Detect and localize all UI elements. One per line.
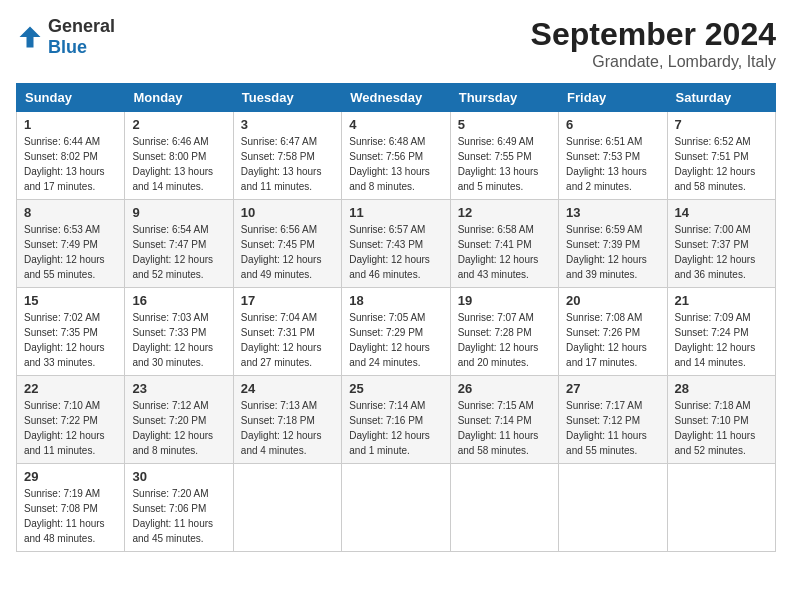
day-info: Sunrise: 6:51 AMSunset: 7:53 PMDaylight:… [566, 134, 659, 194]
calendar-cell: 23Sunrise: 7:12 AMSunset: 7:20 PMDayligh… [125, 376, 233, 464]
calendar-cell: 21Sunrise: 7:09 AMSunset: 7:24 PMDayligh… [667, 288, 775, 376]
calendar-cell: 25Sunrise: 7:14 AMSunset: 7:16 PMDayligh… [342, 376, 450, 464]
calendar-cell: 19Sunrise: 7:07 AMSunset: 7:28 PMDayligh… [450, 288, 558, 376]
calendar-cell: 22Sunrise: 7:10 AMSunset: 7:22 PMDayligh… [17, 376, 125, 464]
week-row-5: 29Sunrise: 7:19 AMSunset: 7:08 PMDayligh… [17, 464, 776, 552]
weekday-header-monday: Monday [125, 84, 233, 112]
calendar-cell [450, 464, 558, 552]
calendar-cell: 4Sunrise: 6:48 AMSunset: 7:56 PMDaylight… [342, 112, 450, 200]
day-info: Sunrise: 6:49 AMSunset: 7:55 PMDaylight:… [458, 134, 551, 194]
day-number: 23 [132, 381, 225, 396]
location-title: Grandate, Lombardy, Italy [531, 53, 776, 71]
day-info: Sunrise: 7:19 AMSunset: 7:08 PMDaylight:… [24, 486, 117, 546]
day-info: Sunrise: 7:18 AMSunset: 7:10 PMDaylight:… [675, 398, 768, 458]
week-row-3: 15Sunrise: 7:02 AMSunset: 7:35 PMDayligh… [17, 288, 776, 376]
day-info: Sunrise: 7:10 AMSunset: 7:22 PMDaylight:… [24, 398, 117, 458]
day-info: Sunrise: 7:13 AMSunset: 7:18 PMDaylight:… [241, 398, 334, 458]
day-info: Sunrise: 7:00 AMSunset: 7:37 PMDaylight:… [675, 222, 768, 282]
calendar-cell: 26Sunrise: 7:15 AMSunset: 7:14 PMDayligh… [450, 376, 558, 464]
day-number: 7 [675, 117, 768, 132]
day-number: 28 [675, 381, 768, 396]
calendar-cell: 20Sunrise: 7:08 AMSunset: 7:26 PMDayligh… [559, 288, 667, 376]
calendar-cell: 17Sunrise: 7:04 AMSunset: 7:31 PMDayligh… [233, 288, 341, 376]
calendar-cell: 5Sunrise: 6:49 AMSunset: 7:55 PMDaylight… [450, 112, 558, 200]
calendar-cell: 10Sunrise: 6:56 AMSunset: 7:45 PMDayligh… [233, 200, 341, 288]
day-number: 18 [349, 293, 442, 308]
calendar-cell [667, 464, 775, 552]
calendar-cell: 29Sunrise: 7:19 AMSunset: 7:08 PMDayligh… [17, 464, 125, 552]
calendar-cell: 3Sunrise: 6:47 AMSunset: 7:58 PMDaylight… [233, 112, 341, 200]
day-info: Sunrise: 6:53 AMSunset: 7:49 PMDaylight:… [24, 222, 117, 282]
day-number: 20 [566, 293, 659, 308]
day-number: 2 [132, 117, 225, 132]
calendar-cell: 24Sunrise: 7:13 AMSunset: 7:18 PMDayligh… [233, 376, 341, 464]
calendar-cell [233, 464, 341, 552]
day-info: Sunrise: 6:47 AMSunset: 7:58 PMDaylight:… [241, 134, 334, 194]
day-info: Sunrise: 7:03 AMSunset: 7:33 PMDaylight:… [132, 310, 225, 370]
logo-icon [16, 23, 44, 51]
day-number: 13 [566, 205, 659, 220]
day-info: Sunrise: 6:54 AMSunset: 7:47 PMDaylight:… [132, 222, 225, 282]
day-info: Sunrise: 6:52 AMSunset: 7:51 PMDaylight:… [675, 134, 768, 194]
week-row-2: 8Sunrise: 6:53 AMSunset: 7:49 PMDaylight… [17, 200, 776, 288]
day-number: 5 [458, 117, 551, 132]
calendar-cell: 1Sunrise: 6:44 AMSunset: 8:02 PMDaylight… [17, 112, 125, 200]
calendar-cell: 8Sunrise: 6:53 AMSunset: 7:49 PMDaylight… [17, 200, 125, 288]
day-number: 17 [241, 293, 334, 308]
day-number: 8 [24, 205, 117, 220]
week-row-4: 22Sunrise: 7:10 AMSunset: 7:22 PMDayligh… [17, 376, 776, 464]
day-number: 19 [458, 293, 551, 308]
day-number: 6 [566, 117, 659, 132]
day-info: Sunrise: 7:04 AMSunset: 7:31 PMDaylight:… [241, 310, 334, 370]
calendar-cell: 28Sunrise: 7:18 AMSunset: 7:10 PMDayligh… [667, 376, 775, 464]
calendar-cell: 13Sunrise: 6:59 AMSunset: 7:39 PMDayligh… [559, 200, 667, 288]
day-number: 1 [24, 117, 117, 132]
calendar-cell: 18Sunrise: 7:05 AMSunset: 7:29 PMDayligh… [342, 288, 450, 376]
day-info: Sunrise: 6:57 AMSunset: 7:43 PMDaylight:… [349, 222, 442, 282]
calendar-cell [559, 464, 667, 552]
day-info: Sunrise: 7:12 AMSunset: 7:20 PMDaylight:… [132, 398, 225, 458]
calendar-cell [342, 464, 450, 552]
weekday-header-row: SundayMondayTuesdayWednesdayThursdayFrid… [17, 84, 776, 112]
calendar-cell: 15Sunrise: 7:02 AMSunset: 7:35 PMDayligh… [17, 288, 125, 376]
calendar-table: SundayMondayTuesdayWednesdayThursdayFrid… [16, 83, 776, 552]
day-number: 25 [349, 381, 442, 396]
day-info: Sunrise: 7:09 AMSunset: 7:24 PMDaylight:… [675, 310, 768, 370]
day-info: Sunrise: 6:56 AMSunset: 7:45 PMDaylight:… [241, 222, 334, 282]
day-number: 9 [132, 205, 225, 220]
day-info: Sunrise: 7:17 AMSunset: 7:12 PMDaylight:… [566, 398, 659, 458]
calendar-cell: 2Sunrise: 6:46 AMSunset: 8:00 PMDaylight… [125, 112, 233, 200]
weekday-header-sunday: Sunday [17, 84, 125, 112]
day-info: Sunrise: 6:48 AMSunset: 7:56 PMDaylight:… [349, 134, 442, 194]
weekday-header-thursday: Thursday [450, 84, 558, 112]
title-section: September 2024 Grandate, Lombardy, Italy [531, 16, 776, 71]
day-info: Sunrise: 6:46 AMSunset: 8:00 PMDaylight:… [132, 134, 225, 194]
day-number: 15 [24, 293, 117, 308]
calendar-cell: 7Sunrise: 6:52 AMSunset: 7:51 PMDaylight… [667, 112, 775, 200]
calendar-cell: 30Sunrise: 7:20 AMSunset: 7:06 PMDayligh… [125, 464, 233, 552]
svg-marker-0 [20, 27, 41, 48]
day-number: 12 [458, 205, 551, 220]
day-number: 29 [24, 469, 117, 484]
day-number: 27 [566, 381, 659, 396]
day-number: 21 [675, 293, 768, 308]
calendar-cell: 12Sunrise: 6:58 AMSunset: 7:41 PMDayligh… [450, 200, 558, 288]
day-info: Sunrise: 7:14 AMSunset: 7:16 PMDaylight:… [349, 398, 442, 458]
page-header: General Blue September 2024 Grandate, Lo… [16, 16, 776, 71]
calendar-cell: 27Sunrise: 7:17 AMSunset: 7:12 PMDayligh… [559, 376, 667, 464]
day-info: Sunrise: 7:08 AMSunset: 7:26 PMDaylight:… [566, 310, 659, 370]
day-info: Sunrise: 7:02 AMSunset: 7:35 PMDaylight:… [24, 310, 117, 370]
day-number: 22 [24, 381, 117, 396]
day-info: Sunrise: 7:07 AMSunset: 7:28 PMDaylight:… [458, 310, 551, 370]
day-number: 24 [241, 381, 334, 396]
month-title: September 2024 [531, 16, 776, 53]
calendar-cell: 9Sunrise: 6:54 AMSunset: 7:47 PMDaylight… [125, 200, 233, 288]
day-info: Sunrise: 7:20 AMSunset: 7:06 PMDaylight:… [132, 486, 225, 546]
day-info: Sunrise: 7:05 AMSunset: 7:29 PMDaylight:… [349, 310, 442, 370]
calendar-cell: 11Sunrise: 6:57 AMSunset: 7:43 PMDayligh… [342, 200, 450, 288]
calendar-cell: 16Sunrise: 7:03 AMSunset: 7:33 PMDayligh… [125, 288, 233, 376]
logo-text: General Blue [48, 16, 115, 58]
day-number: 3 [241, 117, 334, 132]
logo-general: General [48, 16, 115, 36]
weekday-header-saturday: Saturday [667, 84, 775, 112]
